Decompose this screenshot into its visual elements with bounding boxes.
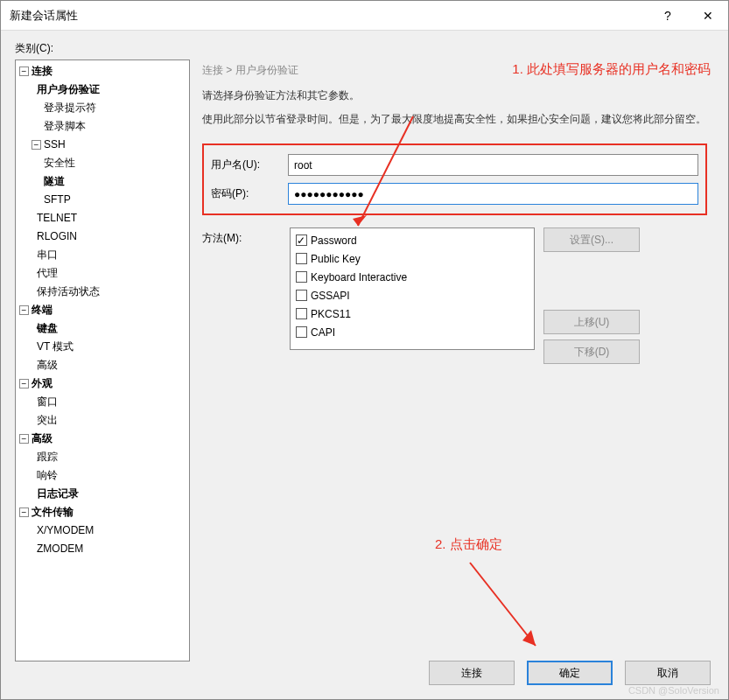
tree-item-popup[interactable]: 突出 [32,411,187,430]
title-bar: 新建会话属性 ? ✕ [1,1,728,31]
collapse-icon[interactable]: − [19,305,29,315]
collapse-icon[interactable]: − [32,140,41,150]
tree-item-login-script[interactable]: 登录脚本 [44,117,187,136]
tree-item-log[interactable]: 日志记录 [32,485,187,503]
tree-item-login-prompt[interactable]: 登录提示符 [44,99,187,117]
method-capi[interactable]: CAPI [296,324,529,342]
checkbox-icon[interactable] [296,253,307,264]
svg-line-2 [470,563,536,646]
tree-item-connection[interactable]: −连接 用户身份验证 登录提示符 登录脚本 −SSH 安全性 [19,62,187,301]
cancel-button[interactable]: 取消 [625,661,711,685]
tree-item-xymodem[interactable]: X/YMODEM [32,522,187,540]
collapse-icon[interactable]: − [19,66,29,76]
tree-item-filetransfer[interactable]: −文件传输 X/YMODEM ZMODEM [19,503,187,558]
tree-item-bell[interactable]: 响铃 [32,466,187,485]
tree-item-advanced2[interactable]: −高级 跟踪 响铃 日志记录 [19,430,187,503]
tree-item-keyboard[interactable]: 键盘 [32,319,187,338]
tree-item-terminal[interactable]: −终端 键盘 VT 模式 高级 [19,301,187,374]
settings-button[interactable]: 设置(S)... [543,228,640,252]
tree-item-zmodem[interactable]: ZMODEM [32,540,187,558]
svg-marker-1 [353,215,367,226]
method-label: 方法(M): [202,228,290,246]
checkbox-icon[interactable] [296,326,307,338]
tree-item-ssh[interactable]: −SSH 安全性 隧道 SFTP [32,136,187,209]
tree-item-sftp[interactable]: SFTP [44,191,187,209]
tree-item-window[interactable]: 窗口 [32,393,187,411]
close-icon[interactable]: ✕ [688,1,728,31]
dialog-body: 类别(C): −连接 用户身份验证 登录提示符 登录脚本 [1,31,728,699]
username-row: 用户名(U): [211,154,698,176]
category-label: 类别(C): [15,41,714,56]
tree-item-security[interactable]: 安全性 [44,154,187,172]
credentials-box: 用户名(U): 密码(P): [202,144,707,215]
tree-item-serial[interactable]: 串口 [32,246,187,264]
password-row: 密码(P): [211,183,698,205]
arrow-icon-2 [461,558,557,663]
method-keyboard-interactive[interactable]: Keyboard Interactive [296,269,529,287]
tree-item-proxy[interactable]: 代理 [32,264,187,283]
tree-item-advanced[interactable]: 高级 [32,356,187,374]
breadcrumb: 连接 > 用户身份验证 [202,60,707,88]
svg-marker-3 [522,630,536,646]
annotation-2: 2. 点击确定 [435,536,502,553]
tree-item-telnet[interactable]: TELNET [32,209,187,228]
method-publickey[interactable]: Public Key [296,250,529,269]
collapse-icon[interactable]: − [19,379,29,388]
tree-item-vtmode[interactable]: VT 模式 [32,338,187,356]
session-properties-dialog: 新建会话属性 ? ✕ 类别(C): −连接 用户身份验证 登录提示符 登录脚本 [0,0,729,700]
tree-item-keepalive[interactable]: 保持活动状态 [32,283,187,301]
method-row: 方法(M): Password Public Key Keyboard Inte… [202,228,707,364]
username-label: 用户名(U): [211,158,288,172]
description-2: 使用此部分以节省登录时间。但是，为了最大限度地提高安全性，如果担心安全问题，建议… [202,111,707,128]
password-label: 密码(P): [211,186,288,201]
move-up-button[interactable]: 上移(U) [543,310,640,334]
checkbox-icon[interactable] [296,290,307,301]
method-pkcs11[interactable]: PKCS11 [296,305,529,324]
tree-item-trace[interactable]: 跟踪 [32,448,187,466]
method-buttons: 设置(S)... 上移(U) 下移(D) [543,228,640,364]
method-gssapi[interactable]: GSSAPI [296,287,529,305]
method-list[interactable]: Password Public Key Keyboard Interactive… [290,228,535,350]
watermark: CSDN @SoloVersion [628,685,719,696]
dialog-title: 新建会话属性 [10,8,78,24]
footer-buttons: 连接 确定 取消 [429,661,711,685]
ok-button[interactable]: 确定 [527,661,613,685]
method-password[interactable]: Password [296,232,529,250]
move-down-button[interactable]: 下移(D) [543,340,640,364]
username-input[interactable] [288,154,698,176]
tree-item-appearance[interactable]: −外观 窗口 突出 [19,374,187,430]
checkbox-icon[interactable] [296,308,307,319]
checkbox-icon[interactable] [296,271,307,283]
description-1: 请选择身份验证方法和其它参数。 [202,88,707,104]
password-input[interactable] [288,183,698,205]
tree-item-auth[interactable]: 用户身份验证 登录提示符 登录脚本 [32,80,187,136]
window-controls: ? ✕ [648,1,728,31]
tree-item-rlogin[interactable]: RLOGIN [32,228,187,246]
collapse-icon[interactable]: − [19,434,29,444]
right-panel: 连接 > 用户身份验证 请选择身份验证方法和其它参数。 使用此部分以节省登录时间… [199,60,714,662]
category-tree[interactable]: −连接 用户身份验证 登录提示符 登录脚本 −SSH 安全性 [15,60,190,662]
checkbox-icon[interactable] [296,234,307,246]
tree-item-tunnel[interactable]: 隧道 [44,172,187,191]
content-area: −连接 用户身份验证 登录提示符 登录脚本 −SSH 安全性 [15,60,714,662]
connect-button[interactable]: 连接 [429,661,515,685]
help-icon[interactable]: ? [648,1,688,31]
collapse-icon[interactable]: − [19,508,29,517]
